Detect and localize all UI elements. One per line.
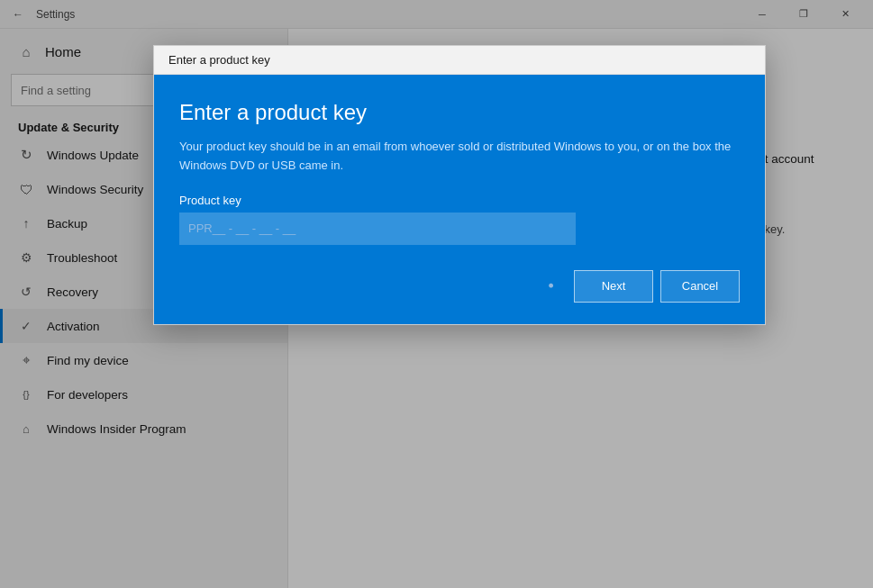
spinner-icon: ⦁ — [548, 276, 553, 295]
dialog-heading: Enter a product key — [179, 100, 740, 125]
product-key-dialog: Enter a product key Enter a product key … — [153, 45, 766, 325]
loading-spinner: ⦁ — [541, 277, 559, 295]
dialog-titlebar: Enter a product key — [154, 46, 765, 75]
cancel-button[interactable]: Cancel — [660, 270, 740, 303]
product-key-input[interactable] — [179, 213, 576, 245]
next-button[interactable]: Next — [574, 270, 653, 303]
dialog-description: Your product key should be in an email f… — [179, 138, 740, 176]
dialog-footer: ⦁ Next Cancel — [179, 267, 740, 303]
product-key-label: Product key — [179, 194, 740, 207]
dialog-body: Enter a product key Your product key sho… — [154, 75, 765, 324]
